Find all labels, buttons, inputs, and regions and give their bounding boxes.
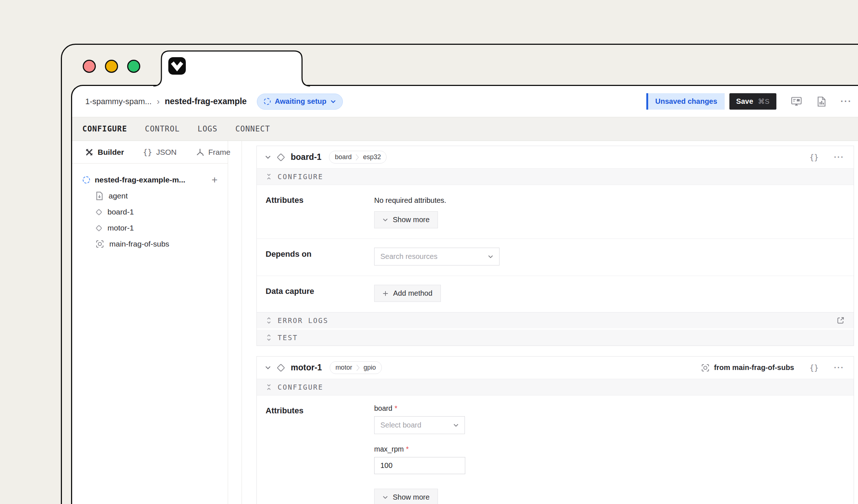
show-more-button[interactable]: Show more: [374, 489, 438, 504]
tree-item-label: motor-1: [107, 224, 134, 232]
breadcrumb-separator-icon: ›: [157, 97, 160, 107]
field-name: board: [374, 404, 392, 413]
tab-json[interactable]: {} JSON: [143, 148, 176, 157]
section-configure-label: CONFIGURE: [278, 173, 323, 181]
collapse-section-icon: [266, 383, 271, 391]
section-error-logs-label: ERROR LOGS: [278, 316, 328, 324]
breadcrumb-parent[interactable]: 1-spammy-spam...: [85, 97, 152, 106]
tree-item-machine-part[interactable]: nested-frag-example-m... +: [72, 172, 228, 188]
data-capture-label: Data capture: [266, 285, 374, 302]
card-menu-button[interactable]: ···: [834, 364, 844, 372]
data-capture-content: Add method: [374, 285, 854, 302]
chevron-down-icon: [383, 496, 388, 499]
top-bar: 1-spammy-spam... › nested-frag-example A…: [72, 86, 858, 117]
show-more-label: Show more: [393, 216, 430, 224]
machine-monitor-icon[interactable]: [790, 96, 803, 107]
section-test[interactable]: TEST: [257, 328, 854, 346]
tree-item-motor-1[interactable]: motor-1: [72, 220, 228, 236]
expand-section-icon: [266, 334, 271, 341]
board-field: board * Select board: [374, 404, 854, 434]
sidebar: Builder {} JSON Frame: [72, 141, 228, 504]
app-window: 1-spammy-spam... › nested-frag-example A…: [71, 85, 858, 504]
chip-model: gpio: [360, 364, 381, 371]
data-report-icon[interactable]: [816, 96, 827, 107]
breadcrumb-machine-name: nested-frag-example: [165, 97, 247, 106]
machine-status-badge[interactable]: Awaiting setup: [257, 94, 343, 110]
tab-frame-label: Frame: [208, 148, 231, 157]
resource-title: motor-1: [291, 363, 322, 373]
section-test-label: TEST: [278, 334, 298, 342]
awaiting-setup-icon: [264, 98, 271, 105]
card-header-actions: from main-frag-of-subs {} ···: [701, 363, 844, 372]
depends-on-row: Depends on Search resources: [257, 239, 854, 276]
collapse-section-icon: [266, 173, 271, 180]
max-rpm-field: max_rpm *: [374, 445, 854, 474]
viam-logo: [168, 57, 186, 75]
close-window-button[interactable]: [83, 60, 96, 73]
chevron-down-icon: [330, 100, 336, 103]
tree-item-board-1[interactable]: board-1: [72, 204, 228, 220]
resource-canvas: board-1 board esp32 {} ···: [242, 141, 858, 504]
sidebar-mode-tabs: Builder {} JSON Frame: [72, 141, 228, 164]
from-fragment-indicator: from main-frag-of-subs: [701, 363, 794, 372]
chevron-down-icon: [453, 424, 459, 427]
tab-builder[interactable]: Builder: [85, 148, 124, 157]
resource-title: board-1: [291, 152, 321, 162]
machine-part-name: nested-frag-example-m...: [95, 176, 185, 184]
tree-item-agent[interactable]: agent: [72, 188, 228, 204]
component-diamond-icon: [95, 209, 102, 215]
add-method-label: Add method: [393, 289, 432, 298]
tab-logs[interactable]: LOGS: [197, 125, 218, 133]
depends-on-content: Search resources: [374, 248, 854, 265]
minimize-window-button[interactable]: [105, 60, 118, 73]
section-error-logs[interactable]: ERROR LOGS: [257, 312, 854, 328]
json-braces-icon: {}: [143, 148, 152, 157]
plus-icon: [383, 291, 388, 296]
section-configure-label: CONFIGURE: [278, 383, 323, 391]
attributes-label: Attributes: [266, 194, 374, 228]
show-more-button[interactable]: Show more: [374, 211, 438, 228]
tab-configure[interactable]: CONFIGURE: [82, 125, 127, 133]
resource-tree: nested-frag-example-m... + agent board-1: [72, 164, 228, 252]
attributes-label: Attributes: [266, 404, 374, 504]
view-json-icon[interactable]: {}: [810, 153, 819, 162]
fragment-icon: [701, 363, 710, 372]
required-asterisk: *: [406, 445, 409, 453]
tab-frame[interactable]: Frame: [196, 148, 231, 157]
frame-axes-icon: [196, 148, 204, 157]
view-json-icon[interactable]: {}: [810, 363, 819, 372]
open-logs-external-icon[interactable]: [836, 316, 845, 325]
select-board-dropdown[interactable]: Select board: [374, 416, 465, 434]
section-configure[interactable]: CONFIGURE: [257, 379, 854, 395]
machine-nav-bar: CONFIGURE CONTROL LOGS CONNECT: [72, 117, 858, 141]
collapse-chevron-icon[interactable]: [265, 155, 271, 159]
unsaved-changes-label: Unsaved changes: [655, 97, 717, 106]
board-field-label: board *: [374, 404, 854, 413]
save-button[interactable]: Save ⌘S: [729, 93, 776, 110]
save-shortcut: ⌘S: [758, 97, 769, 106]
max-rpm-input[interactable]: [374, 457, 465, 474]
component-diamond-icon: [277, 363, 285, 372]
add-resource-button[interactable]: +: [212, 175, 218, 185]
save-label: Save: [736, 97, 753, 106]
section-configure[interactable]: CONFIGURE: [257, 169, 854, 185]
maximize-window-button[interactable]: [127, 60, 140, 73]
depends-on-label: Depends on: [266, 248, 374, 265]
depends-on-select[interactable]: Search resources: [374, 248, 499, 265]
machine-status-label: Awaiting setup: [275, 97, 326, 106]
tab-control[interactable]: CONTROL: [145, 125, 180, 133]
collapse-chevron-icon[interactable]: [265, 366, 271, 370]
add-method-button[interactable]: Add method: [374, 285, 441, 302]
expand-section-icon: [266, 317, 271, 324]
unsaved-changes-indicator[interactable]: Unsaved changes: [646, 93, 725, 110]
tab-connect[interactable]: CONNECT: [235, 125, 270, 133]
tab-json-label: JSON: [156, 148, 177, 157]
chevron-down-icon: [383, 218, 388, 222]
card-board-1: board-1 board esp32 {} ···: [256, 146, 854, 346]
configure-content: Builder {} JSON Frame: [72, 141, 858, 504]
card-menu-button[interactable]: ···: [834, 153, 844, 161]
select-board-placeholder: Select board: [380, 421, 421, 429]
overflow-menu-button[interactable]: ···: [841, 97, 852, 106]
tree-item-main-frag-of-subs[interactable]: main-frag-of-subs: [72, 236, 228, 252]
data-capture-row: Data capture Add method: [257, 276, 854, 312]
